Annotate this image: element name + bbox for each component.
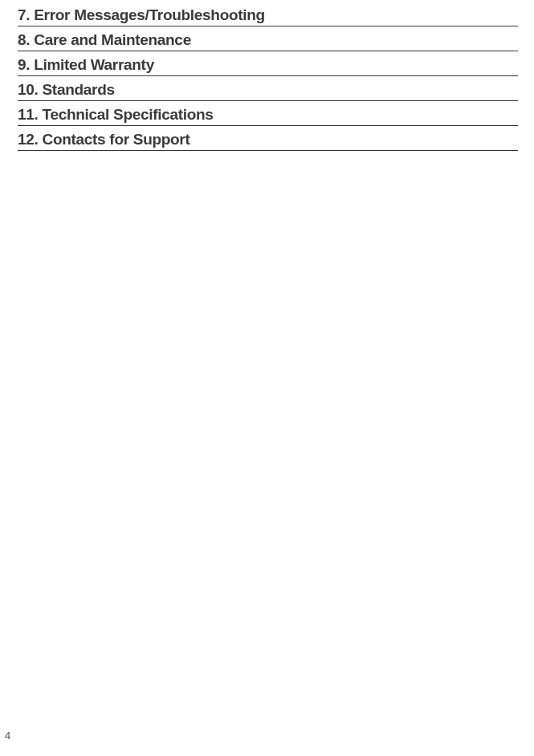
- toc-list: 7. Error Messages/Troubleshooting 8. Car…: [0, 0, 534, 151]
- toc-entry-label: 12. Contacts for Support: [18, 131, 190, 148]
- toc-entry: 8. Care and Maintenance: [18, 31, 518, 51]
- toc-entry-label: 7. Error Messages/Troubleshooting: [18, 6, 265, 23]
- page-number: 4: [5, 730, 10, 742]
- toc-entry-label: 9. Limited Warranty: [18, 56, 154, 73]
- toc-entry-label: 8. Care and Maintenance: [18, 31, 191, 48]
- toc-entry: 11. Technical Specifications: [18, 106, 518, 126]
- toc-entry: 12. Contacts for Support: [18, 131, 518, 151]
- toc-entry: 7. Error Messages/Troubleshooting: [18, 6, 518, 26]
- toc-entry-label: 11. Technical Specifications: [18, 106, 214, 123]
- toc-entry: 9. Limited Warranty: [18, 56, 518, 76]
- toc-entry-label: 10. Standards: [18, 81, 115, 98]
- toc-entry: 10. Standards: [18, 81, 518, 101]
